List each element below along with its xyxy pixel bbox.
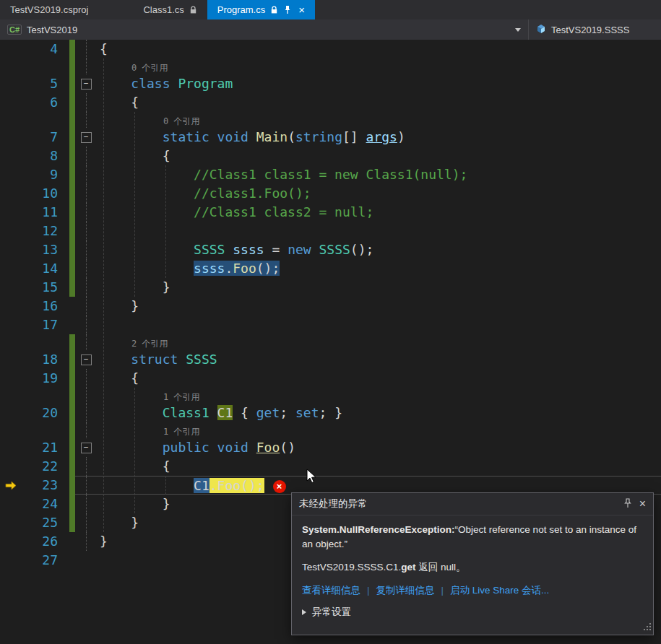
close-icon[interactable]: × xyxy=(639,498,646,510)
code-content[interactable]: class Program xyxy=(97,74,661,93)
fold-margin[interactable] xyxy=(75,184,97,203)
code-content[interactable]: { xyxy=(97,147,661,165)
line-number[interactable]: 7 xyxy=(22,128,69,147)
exception-settings-expander[interactable]: 异常设置 xyxy=(302,606,643,619)
line-number[interactable]: 20 xyxy=(22,404,69,422)
line-number[interactable]: 6 xyxy=(22,93,69,112)
code-content[interactable]: 0 个引用 xyxy=(97,58,661,74)
code-content[interactable]: Class1 C1 { get; set; } xyxy=(97,404,661,422)
codelens-references[interactable]: 2 个引用 xyxy=(100,336,168,352)
breakpoint-margin[interactable] xyxy=(0,147,22,165)
codelens-references[interactable]: 0 个引用 xyxy=(100,60,168,76)
fold-margin[interactable] xyxy=(75,259,97,278)
breakpoint-margin[interactable] xyxy=(0,128,22,147)
fold-toggle-icon[interactable]: − xyxy=(81,354,92,365)
code-content[interactable]: 1 个引用 xyxy=(97,422,661,438)
code-content[interactable]: { xyxy=(97,369,661,388)
fold-margin[interactable] xyxy=(75,165,97,184)
code-content[interactable]: ssss.Foo(); xyxy=(97,259,661,278)
codelens-references[interactable]: 1 个引用 xyxy=(100,424,199,440)
error-icon[interactable]: × xyxy=(273,480,286,493)
code-content[interactable]: //class1.Foo(); xyxy=(97,184,661,203)
code-content[interactable]: } xyxy=(97,297,661,316)
breakpoint-margin[interactable] xyxy=(0,74,22,93)
line-number[interactable]: 14 xyxy=(22,259,69,278)
code-content[interactable]: public void Foo() xyxy=(97,438,661,457)
breakpoint-margin[interactable] xyxy=(0,388,22,404)
line-number[interactable]: 23 xyxy=(22,476,69,495)
fold-margin[interactable] xyxy=(75,297,97,316)
project-dropdown[interactable]: C# TestVS2019 xyxy=(0,19,528,40)
tab-program-cs[interactable]: Program.cs × xyxy=(207,0,315,19)
breakpoint-margin[interactable] xyxy=(0,222,22,240)
fold-toggle-icon[interactable]: − xyxy=(81,443,92,453)
line-number[interactable]: 10 xyxy=(22,184,69,203)
fold-margin[interactable] xyxy=(75,203,97,222)
copy-details-link[interactable]: 复制详细信息 xyxy=(376,584,435,597)
breakpoint-margin[interactable] xyxy=(0,404,22,422)
code-content[interactable]: } xyxy=(97,278,661,297)
breakpoint-margin[interactable] xyxy=(0,278,22,297)
code-content[interactable]: { xyxy=(97,40,661,58)
fold-margin[interactable] xyxy=(75,316,97,334)
line-number[interactable] xyxy=(22,388,69,404)
fold-margin[interactable]: − xyxy=(75,128,97,147)
breakpoint-margin[interactable] xyxy=(0,316,22,334)
line-number[interactable] xyxy=(22,334,69,350)
line-number[interactable]: 15 xyxy=(22,278,69,297)
line-number[interactable]: 8 xyxy=(22,147,69,165)
fold-margin[interactable] xyxy=(75,388,97,404)
line-number[interactable] xyxy=(22,58,69,74)
fold-margin[interactable] xyxy=(75,532,97,551)
line-number[interactable]: 5 xyxy=(22,74,69,93)
chevron-down-icon[interactable] xyxy=(515,28,521,32)
line-number[interactable]: 4 xyxy=(22,40,69,58)
breakpoint-margin[interactable] xyxy=(0,240,22,259)
breakpoint-margin[interactable] xyxy=(0,259,22,278)
codelens-references[interactable]: 1 个引用 xyxy=(100,389,199,405)
tab-testvs2019-csproj[interactable]: TestVS2019.csproj xyxy=(0,0,98,19)
breakpoint-margin[interactable] xyxy=(0,532,22,551)
pin-icon[interactable] xyxy=(283,5,292,14)
breakpoint-margin[interactable] xyxy=(0,165,22,184)
line-number[interactable]: 9 xyxy=(22,165,69,184)
breakpoint-margin[interactable] xyxy=(0,203,22,222)
breakpoint-margin[interactable] xyxy=(0,58,22,74)
code-content[interactable]: //Class1 class2 = null; xyxy=(97,203,661,222)
line-number[interactable]: 18 xyxy=(22,350,69,369)
pin-icon[interactable] xyxy=(623,498,632,510)
line-number[interactable]: 24 xyxy=(22,495,69,513)
fold-margin[interactable] xyxy=(75,278,97,297)
code-content[interactable]: struct SSSS xyxy=(97,350,661,369)
fold-margin[interactable] xyxy=(75,93,97,112)
line-number[interactable]: 25 xyxy=(22,513,69,532)
fold-margin[interactable] xyxy=(75,495,97,513)
start-liveshare-link[interactable]: 启动 Live Share 会话... xyxy=(450,584,549,597)
fold-margin[interactable]: − xyxy=(75,438,97,457)
code-content[interactable]: static void Main(string[] args) xyxy=(97,128,661,147)
fold-margin[interactable] xyxy=(75,457,97,476)
code-content[interactable] xyxy=(97,222,661,240)
line-number[interactable] xyxy=(22,112,69,128)
breakpoint-margin[interactable] xyxy=(0,495,22,513)
code-content[interactable]: { xyxy=(97,457,661,476)
breakpoint-margin[interactable] xyxy=(0,551,22,570)
breakpoint-margin[interactable] xyxy=(0,438,22,457)
breakpoint-margin[interactable] xyxy=(0,350,22,369)
fold-margin[interactable] xyxy=(75,240,97,259)
line-number[interactable]: 12 xyxy=(22,222,69,240)
code-content[interactable]: 0 个引用 xyxy=(97,112,661,128)
breakpoint-margin[interactable] xyxy=(0,369,22,388)
line-number[interactable]: 21 xyxy=(22,438,69,457)
line-number[interactable]: 27 xyxy=(22,551,69,570)
fold-margin[interactable] xyxy=(75,513,97,532)
fold-toggle-icon[interactable]: − xyxy=(81,79,92,90)
line-number[interactable]: 19 xyxy=(22,369,69,388)
breakpoint-margin[interactable] xyxy=(0,93,22,112)
line-number[interactable]: 22 xyxy=(22,457,69,476)
breakpoint-margin[interactable] xyxy=(0,40,22,58)
fold-margin[interactable] xyxy=(75,422,97,438)
code-content[interactable]: { xyxy=(97,93,661,112)
breakpoint-margin[interactable] xyxy=(0,422,22,438)
breakpoint-margin[interactable] xyxy=(0,297,22,316)
